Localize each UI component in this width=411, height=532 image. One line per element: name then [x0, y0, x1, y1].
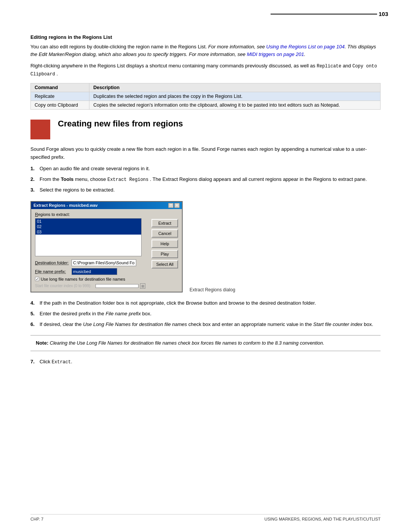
dialog-titlebar: Extract Regions - musicbed.wav ? × — [31, 202, 182, 209]
cmd-cell: Copy onto Clipboard — [31, 101, 89, 110]
destination-label: Destination folder: — [35, 260, 69, 265]
note-label: Note: — [36, 340, 48, 346]
chapter-title: Creating new files from regions — [58, 119, 183, 129]
steps-list-after: 4. If the path in the Destination folder… — [30, 299, 381, 328]
cmd-cell: Replicate — [31, 92, 89, 101]
list-item: 3. Select the regions to be extracted. — [30, 186, 381, 194]
list-item-02[interactable]: 02 — [35, 224, 141, 229]
play-button[interactable]: Play — [151, 250, 178, 258]
chapter-section: Creating new files from regions — [30, 119, 381, 139]
footer-left: CHP. 7 — [30, 517, 43, 521]
desc-cell: Duplicates the selected region and place… — [89, 92, 381, 101]
desc-col-header: Description — [89, 83, 381, 92]
list-item-03[interactable]: 03 — [35, 229, 141, 235]
checkbox-row: ✓ Use long file names for destination fi… — [35, 277, 145, 281]
slider-end: ▦ — [140, 283, 145, 289]
list-item: 4. If the path in the Destination folder… — [30, 299, 381, 307]
slider[interactable] — [96, 284, 139, 288]
editing-section-title: Editing regions in the Regions List — [30, 34, 381, 40]
dialog-window: Extract Regions - musicbed.wav ? × Regio… — [30, 201, 183, 292]
list-item: 1. Open an audio file and create several… — [30, 165, 381, 173]
long-filenames-checkbox[interactable]: ✓ — [35, 277, 39, 281]
cmd-col-header: Command — [31, 83, 89, 92]
table-row: Replicate Duplicates the selected region… — [31, 92, 381, 101]
list-item: 6. If desired, clear the Use Long File N… — [30, 321, 381, 328]
dialog-titlebar-buttons: ? × — [168, 203, 180, 208]
dialog-caption: Extract Regions dialog — [190, 287, 235, 292]
step7-list: 7. Click Extract. — [30, 358, 381, 366]
command-table: Command Description Replicate Duplicates… — [30, 83, 381, 110]
dialog-buttons: Extract Cancel Help Play Select All — [151, 212, 178, 289]
midi-triggers-link[interactable]: MIDI triggers on page 201 — [247, 51, 304, 57]
editing-para1: You can also edit regions by double-clic… — [30, 43, 381, 58]
dialog-title: Extract Regions - musicbed.wav — [33, 203, 98, 208]
page-footer: CHP. 7 USING MARKERS, REGIONS, AND THE P… — [30, 514, 381, 521]
dialog-area: Extract Regions - musicbed.wav ? × Regio… — [30, 201, 381, 292]
dialog-body: Regions to extract: 01 02 03 Destination… — [31, 209, 182, 292]
select-all-button[interactable]: Select All — [151, 260, 178, 268]
regions-list-link[interactable]: Using the Regions List on page 104 — [266, 44, 345, 50]
footer-right: USING MARKERS, REGIONS, AND THE PLAYLIST… — [264, 517, 381, 521]
regions-label: Regions to extract: — [35, 212, 145, 217]
dialog-help-btn[interactable]: ? — [168, 203, 174, 208]
cancel-button[interactable]: Cancel — [151, 229, 178, 238]
dialog-close-btn[interactable]: × — [174, 203, 180, 208]
list-item: 7. Click Extract. — [30, 358, 381, 366]
extract-button[interactable]: Extract — [151, 219, 178, 227]
destination-row: Destination folder: — [35, 259, 145, 266]
list-item: 2. From the Tools menu, choose Extract R… — [30, 176, 381, 184]
desc-cell: Copies the selected region's information… — [89, 101, 381, 110]
prefix-label: File name prefix: — [35, 269, 69, 274]
destination-input[interactable] — [72, 259, 136, 266]
slider-label: Start file counter index (0 to 999): — [35, 284, 94, 288]
chapter-marker — [30, 120, 50, 139]
note-text: Clearing the Use Long File Names for des… — [50, 340, 324, 346]
prefix-input[interactable] — [72, 268, 117, 275]
list-item-01[interactable]: 01 — [35, 219, 141, 224]
table-row: Copy onto Clipboard Copies the selected … — [31, 101, 381, 110]
list-item: 5. Enter the desired prefix in the File … — [30, 310, 381, 318]
note-box: Note: Clearing the Use Long File Names f… — [30, 335, 381, 351]
help-button[interactable]: Help — [151, 240, 178, 248]
page-number: 103 — [271, 11, 388, 17]
creating-intro: Sound Forge allows you to quickly create… — [30, 145, 381, 161]
steps-list: 1. Open an audio file and create several… — [30, 165, 381, 194]
editing-para2: Right-clicking anywhere in the Regions L… — [30, 62, 381, 78]
prefix-row: File name prefix: — [35, 268, 145, 275]
slider-row: Start file counter index (0 to 999): ▦ — [35, 283, 145, 289]
regions-listbox[interactable]: 01 02 03 — [35, 218, 142, 256]
checkbox-label: Use long file names for destination file… — [41, 277, 125, 281]
